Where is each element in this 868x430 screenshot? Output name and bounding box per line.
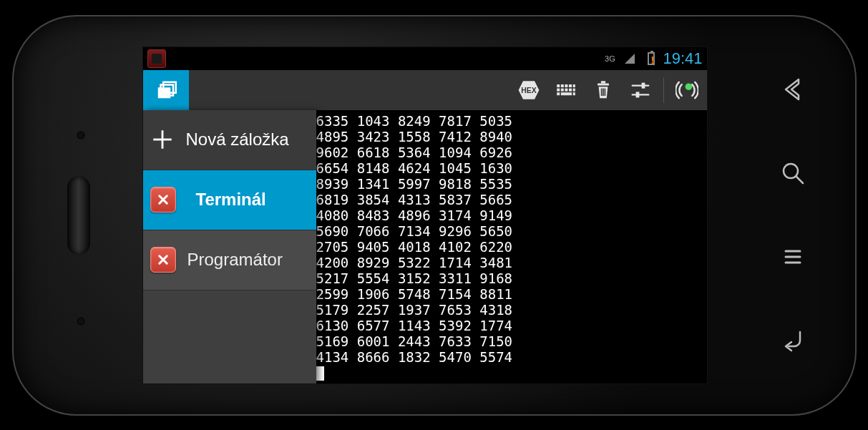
tabs-drawer-button[interactable]	[143, 70, 189, 109]
connection-button[interactable]	[673, 76, 701, 104]
nav-home-button[interactable]	[776, 323, 810, 358]
terminal-line: 6654 8148 4624 1045 1630	[316, 160, 704, 176]
main-content: Nová záložka Terminál	[143, 110, 707, 383]
close-tab-button[interactable]	[150, 247, 176, 273]
svg-rect-15	[557, 92, 560, 95]
tabs-sidebar: Nová záložka Terminál	[143, 110, 316, 383]
status-clock: 19:41	[663, 49, 702, 68]
settings-button[interactable]	[626, 76, 655, 104]
android-status-bar: 3G ! 19:41	[143, 47, 707, 71]
svg-rect-9	[572, 84, 575, 87]
svg-rect-26	[635, 92, 639, 97]
app-notification-icon	[147, 49, 166, 68]
svg-rect-5	[557, 84, 560, 87]
broadcast-icon	[676, 79, 698, 102]
svg-rect-6	[560, 84, 563, 87]
terminal-line: 2705 9405 4018 4102 6220	[316, 239, 704, 255]
terminal-line: 5217 5554 3152 3311 9168	[316, 270, 704, 286]
keyboard-icon	[555, 79, 577, 102]
tab-label: Programátor	[187, 250, 306, 270]
return-icon	[779, 326, 807, 355]
close-icon	[157, 193, 170, 206]
svg-text:HEX: HEX	[521, 87, 536, 94]
close-tab-button[interactable]	[150, 187, 176, 212]
light-sensor	[77, 317, 85, 326]
phone-screen: 3G ! 19:41	[142, 47, 708, 384]
new-tab-button[interactable]: Nová záložka	[143, 110, 316, 170]
earpiece	[67, 176, 90, 255]
keyboard-button[interactable]	[552, 76, 580, 104]
svg-line-35	[796, 177, 803, 183]
terminal-line: 5169 6001 2443 7633 7150	[316, 333, 704, 349]
tabs-stack-icon	[155, 79, 177, 101]
svg-rect-10	[557, 88, 560, 91]
svg-rect-19	[600, 81, 605, 83]
terminal-line: 6819 3854 4313 5837 5665	[316, 192, 704, 207]
signal-strength-icon	[621, 50, 638, 67]
network-3g-icon: 3G	[601, 50, 618, 67]
terminal-line: 8939 1341 5997 9818 5535	[316, 176, 704, 192]
svg-rect-11	[560, 88, 563, 91]
battery-low-icon: !	[641, 50, 658, 67]
svg-point-34	[784, 164, 798, 178]
sliders-icon	[629, 79, 652, 102]
nav-search-button[interactable]	[776, 156, 810, 190]
terminal-line: 6335 1043 8249 7817 5035	[316, 113, 704, 129]
svg-rect-7	[565, 84, 567, 87]
svg-rect-8	[569, 84, 572, 87]
recent-apps-icon	[779, 243, 807, 271]
terminal-line: 5690 7066 7134 9296 5650	[316, 223, 704, 239]
clear-button[interactable]	[589, 76, 618, 104]
search-icon	[779, 159, 807, 187]
svg-rect-14	[572, 88, 575, 91]
svg-rect-16	[560, 92, 571, 95]
tab-label: Terminál	[187, 190, 306, 210]
new-tab-label: Nová záložka	[186, 130, 306, 150]
terminal-line: 2599 1906 5748 7154 8811	[316, 286, 704, 302]
close-icon	[157, 253, 170, 266]
terminal-line: 4080 8483 4896 3174 9149	[316, 207, 704, 223]
system-nav-bar	[768, 72, 818, 358]
phone-chassis: 3G ! 19:41	[12, 15, 857, 416]
hex-mode-button[interactable]: HEX	[515, 76, 543, 104]
terminal-output[interactable]: 6335 1043 8249 7817 50354895 3423 1558 7…	[316, 110, 707, 383]
svg-rect-13	[569, 88, 572, 91]
terminal-line: 9602 6618 5364 1094 6926	[316, 145, 704, 160]
svg-point-27	[685, 83, 692, 90]
terminal-line: 4895 3423 1558 7412 8940	[316, 129, 704, 145]
nav-recent-button[interactable]	[776, 240, 810, 274]
tab-terminal[interactable]: Terminál	[143, 170, 316, 230]
svg-rect-17	[572, 92, 575, 95]
plus-icon	[150, 127, 175, 152]
action-bar-divider	[663, 77, 664, 103]
trash-icon	[592, 79, 615, 102]
proximity-sensor	[77, 131, 85, 140]
svg-rect-25	[641, 82, 645, 88]
terminal-cursor	[316, 366, 324, 381]
tab-programmator[interactable]: Programátor	[143, 230, 316, 290]
terminal-line: 5179 2257 1937 7653 4318	[316, 302, 704, 318]
nav-back-button[interactable]	[776, 72, 810, 107]
back-icon	[779, 75, 807, 104]
svg-rect-12	[565, 88, 567, 91]
terminal-line: 6130 6577 1143 5392 1774	[316, 318, 704, 333]
action-bar: HEX	[143, 70, 707, 109]
svg-rect-18	[598, 83, 609, 85]
terminal-line: 4134 8666 1832 5470 5574	[316, 349, 704, 365]
terminal-line: 4200 8929 5322 1714 3481	[316, 255, 704, 270]
